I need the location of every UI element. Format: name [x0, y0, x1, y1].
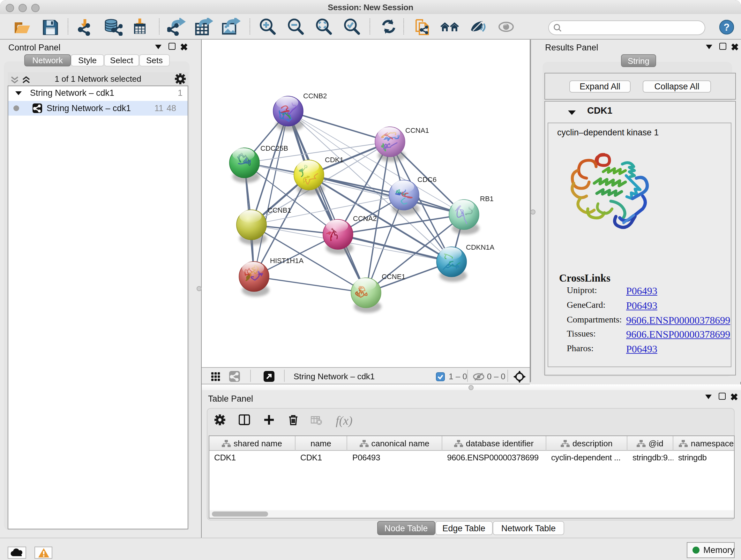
svg-text:CDK1: CDK1: [325, 156, 344, 164]
svg-text:CCNB2: CCNB2: [303, 92, 327, 100]
svg-text:f(x): f(x): [335, 414, 352, 427]
svg-text:RB1: RB1: [480, 195, 494, 203]
svg-text:CCNA1: CCNA1: [405, 126, 429, 134]
svg-text:CDKN1A: CDKN1A: [466, 243, 495, 251]
svg-text:?: ?: [724, 22, 730, 33]
svg-text:CCNB1: CCNB1: [267, 206, 291, 214]
svg-text:CCNE1: CCNE1: [382, 273, 406, 281]
svg-text:CCNA2: CCNA2: [353, 214, 377, 223]
svg-text:CDC6: CDC6: [417, 176, 436, 184]
svg-text:CDC25B: CDC25B: [260, 144, 288, 152]
svg-text:HIST1H1A: HIST1H1A: [270, 257, 304, 265]
